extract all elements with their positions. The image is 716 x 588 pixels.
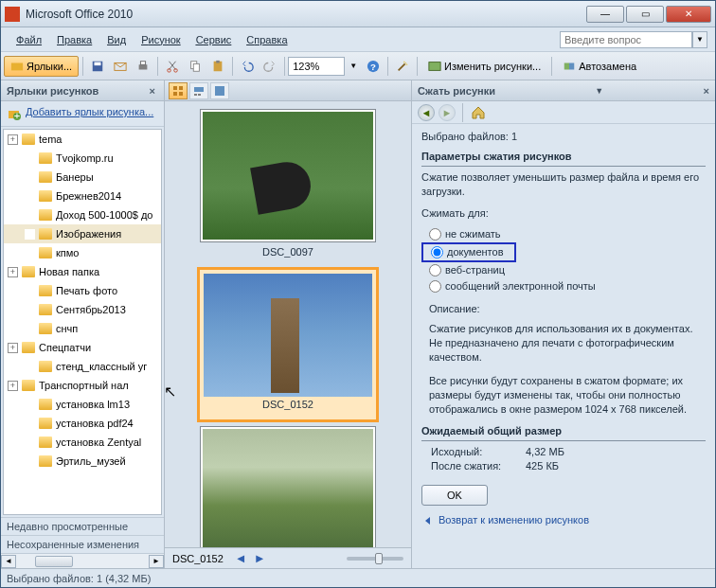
- tree-item[interactable]: Сентябрь2013: [4, 300, 161, 319]
- view-toolbar: [165, 80, 411, 101]
- zoom-dropdown[interactable]: ▼: [346, 56, 361, 77]
- zoom-slider[interactable]: [347, 557, 403, 561]
- menu-help[interactable]: Справка: [239, 31, 295, 48]
- filmstrip-view-button[interactable]: [189, 82, 208, 99]
- maximize-button[interactable]: ▭: [626, 6, 664, 23]
- nav-back-button[interactable]: ◄: [418, 104, 435, 121]
- auto-adjust-button[interactable]: [392, 56, 413, 77]
- folder-icon: [39, 455, 52, 467]
- prev-button[interactable]: ◄: [233, 551, 249, 565]
- picture-icon: [428, 60, 441, 73]
- expander-icon[interactable]: +: [8, 343, 18, 353]
- minimize-button[interactable]: —: [586, 6, 624, 23]
- print-button[interactable]: [133, 56, 153, 77]
- next-button[interactable]: ►: [252, 551, 268, 565]
- auto-replace-button[interactable]: Автозамена: [556, 56, 643, 77]
- expander-icon: [25, 400, 35, 410]
- expander-icon[interactable]: +: [8, 381, 18, 391]
- edit-pictures-button[interactable]: Изменить рисунки...: [421, 56, 547, 77]
- folder-tree[interactable]: +temaTvojkomp.ruБанерыБрежнев2014Доход 5…: [3, 129, 162, 515]
- radio-nocompress[interactable]: не сжимать: [421, 226, 706, 242]
- tree-item[interactable]: Брежнев2014: [4, 187, 161, 205]
- scroll-right-button[interactable]: ►: [149, 555, 164, 568]
- sidebar-hscroll[interactable]: ◄ ►: [1, 553, 164, 568]
- svg-rect-0: [11, 62, 23, 70]
- tree-item-label: tema: [39, 134, 62, 145]
- radio-documents[interactable]: документов: [421, 242, 516, 262]
- compress-close-button[interactable]: ×: [704, 85, 709, 97]
- tree-item-label: Новая папка: [39, 266, 99, 277]
- menu-tools[interactable]: Сервис: [188, 31, 240, 48]
- thumbnail-label: DSC_0152: [204, 397, 372, 416]
- ok-button[interactable]: OK: [421, 485, 488, 506]
- sidebar: Ярлыки рисунков × + Добавить ярлык рисун…: [1, 80, 165, 568]
- tree-item[interactable]: Печать фото: [4, 281, 161, 300]
- single-view-button[interactable]: [210, 82, 229, 99]
- thumbnail-item[interactable]: DSC_0160: [184, 426, 392, 547]
- folder-icon: [22, 266, 35, 277]
- folder-icon: [39, 399, 52, 410]
- back-to-edit-link[interactable]: Возврат к изменению рисунков: [421, 513, 706, 527]
- tree-item[interactable]: установка Zentyal: [4, 433, 161, 452]
- tree-item[interactable]: +Спецпатчи: [4, 338, 161, 357]
- close-button[interactable]: ✕: [666, 6, 711, 23]
- nav-home-button[interactable]: [470, 104, 487, 121]
- expander-icon[interactable]: +: [8, 267, 18, 277]
- tree-item[interactable]: +tema: [4, 130, 161, 149]
- sidebar-close-button[interactable]: ×: [147, 85, 158, 97]
- pane-menu-button[interactable]: ▼: [591, 86, 607, 96]
- app-icon: [5, 7, 20, 22]
- tree-item[interactable]: установка lm13: [4, 395, 161, 414]
- add-shortcut-link[interactable]: Добавить ярлык рисунка...: [26, 106, 153, 118]
- status-text: Выбрано файлов: 1 (4,32 МБ): [7, 573, 151, 584]
- cut-button[interactable]: [162, 56, 183, 77]
- tree-item[interactable]: снчп: [4, 319, 161, 338]
- save-button[interactable]: [87, 56, 108, 77]
- tree-item[interactable]: кпмо: [4, 243, 161, 262]
- expander-icon[interactable]: +: [8, 134, 18, 145]
- redo-button[interactable]: [260, 56, 280, 77]
- thumbnail-item[interactable]: DSC_0152: [184, 267, 392, 422]
- recent-label[interactable]: Недавно просмотренные: [1, 517, 164, 535]
- help-button[interactable]: ?: [363, 56, 384, 77]
- undo-button[interactable]: [237, 56, 258, 77]
- folder-icon: [22, 134, 35, 145]
- thumbnail-view-button[interactable]: [169, 82, 188, 99]
- menu-edit[interactable]: Правка: [49, 31, 99, 48]
- tree-item[interactable]: +Транспортный нал: [4, 376, 161, 395]
- tree-item[interactable]: Эртиль_музей: [4, 452, 161, 471]
- tree-item-label: стенд_классный уг: [56, 361, 147, 372]
- tree-item[interactable]: стенд_классный уг: [4, 357, 161, 376]
- scroll-left-button[interactable]: ◄: [1, 555, 16, 568]
- menu-file[interactable]: Файл: [9, 31, 49, 48]
- tree-item[interactable]: Банеры: [4, 168, 161, 187]
- svg-rect-27: [215, 86, 224, 96]
- svg-rect-16: [569, 62, 574, 69]
- nav-fwd-button[interactable]: ►: [439, 104, 456, 121]
- tree-item-label: снчп: [56, 323, 78, 334]
- zoom-input[interactable]: 123%: [288, 57, 345, 76]
- thumbnail-list[interactable]: DSC_0097DSC_0152DSC_0160: [165, 101, 411, 547]
- tree-item[interactable]: установка pdf24: [4, 414, 161, 433]
- question-input[interactable]: [560, 31, 692, 48]
- question-dropdown[interactable]: ▼: [692, 31, 707, 48]
- shortcuts-button[interactable]: Ярлыки...: [4, 56, 79, 77]
- radio-email[interactable]: сообщений электронной почты: [421, 278, 706, 294]
- copy-button[interactable]: [185, 56, 206, 77]
- thumbnail-item[interactable]: DSC_0097: [184, 109, 392, 263]
- tree-item[interactable]: +Новая папка: [4, 262, 161, 281]
- expander-icon: [25, 286, 35, 296]
- svg-rect-5: [141, 61, 146, 64]
- paste-button[interactable]: [207, 56, 228, 77]
- svg-rect-23: [179, 92, 183, 96]
- scroll-thumb[interactable]: [35, 556, 73, 567]
- tree-item[interactable]: Доход 500-1000$ до: [4, 205, 161, 224]
- mail-button[interactable]: [110, 56, 131, 77]
- tree-item[interactable]: Tvojkomp.ru: [4, 149, 161, 168]
- tree-item[interactable]: Изображения: [4, 224, 161, 243]
- menu-picture[interactable]: Рисунок: [134, 31, 188, 48]
- radio-web[interactable]: веб-страниц: [421, 262, 706, 278]
- svg-rect-15: [564, 62, 569, 69]
- menu-view[interactable]: Вид: [99, 31, 134, 48]
- unsaved-label[interactable]: Несохраненные изменения: [1, 535, 164, 553]
